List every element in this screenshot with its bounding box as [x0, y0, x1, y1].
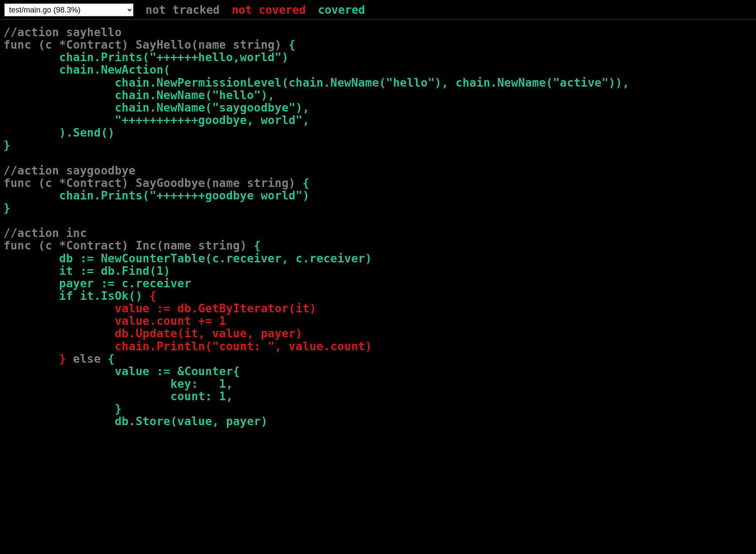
code-line: }	[3, 139, 753, 151]
code-line: if it.IsOk() {	[3, 289, 753, 302]
code-line: } else {	[3, 352, 753, 365]
code-view[interactable]: //action sayhellofunc (c *Contract) SayH…	[0, 20, 756, 434]
code-line: key: 1,	[3, 377, 753, 390]
code-line: ).Send()	[3, 126, 753, 139]
code-line: }	[3, 402, 753, 415]
code-line: value := &Counter{	[3, 365, 753, 377]
code-line: //action inc	[3, 227, 753, 239]
code-line: }	[3, 202, 753, 214]
code-line: chain.NewName("hello"),	[3, 89, 753, 101]
code-line: chain.NewAction(	[3, 63, 753, 76]
code-line: it := db.Find(1)	[3, 265, 753, 277]
code-line: chain.Prints("+++++++goodbye world")	[3, 189, 753, 202]
code-line: func (c *Contract) Inc(name string) {	[3, 239, 753, 252]
code-line: value.count += 1	[3, 314, 753, 327]
topbar: test/main.go (98.3%) not tracked not cov…	[0, 0, 756, 20]
code-line: func (c *Contract) SayHello(name string)…	[3, 38, 753, 51]
code-line: value := db.GetByIterator(it)	[3, 302, 753, 314]
code-line: "+++++++++++goodbye, world",	[3, 114, 753, 126]
legend-not-tracked: not tracked	[146, 3, 220, 16]
code-line: //action sayhello	[3, 26, 753, 38]
code-line: db.Store(value, payer)	[3, 415, 753, 427]
code-line: chain.Println("count: ", value.count)	[3, 340, 753, 352]
code-line	[3, 214, 753, 227]
legend-not-covered: not covered	[232, 3, 306, 16]
code-line: chain.Prints("++++++hello,world")	[3, 51, 753, 63]
code-line: chain.NewPermissionLevel(chain.NewName("…	[3, 76, 753, 89]
code-line: payer := c.receiver	[3, 277, 753, 289]
code-line: chain.NewName("saygoodbye"),	[3, 101, 753, 114]
code-line: func (c *Contract) SayGoodbye(name strin…	[3, 177, 753, 189]
code-line: db := NewCounterTable(c.receiver, c.rece…	[3, 252, 753, 265]
code-line: //action saygoodbye	[3, 164, 753, 177]
code-line: db.Update(it, value, payer)	[3, 327, 753, 339]
code-line: count: 1,	[3, 390, 753, 402]
legend-covered: covered	[318, 3, 365, 16]
code-line	[3, 151, 753, 164]
file-select[interactable]: test/main.go (98.3%)	[4, 3, 133, 16]
